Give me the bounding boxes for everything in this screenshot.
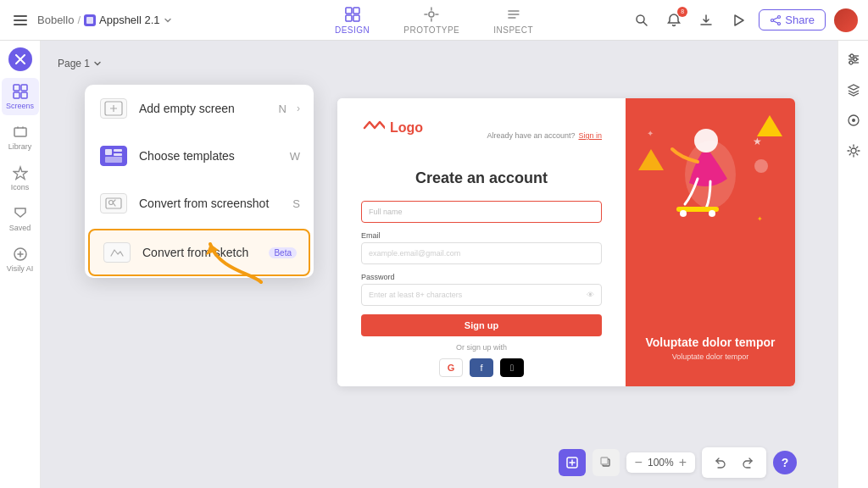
preview-header: Logo Already have an account? Sign in xyxy=(361,119,602,152)
svg-text:✦: ✦ xyxy=(757,215,763,223)
password-input[interactable]: Enter at least 8+ characters 👁 xyxy=(361,284,602,306)
tab-inspect[interactable]: INSPECT xyxy=(487,2,540,38)
help-button[interactable]: ? xyxy=(773,451,797,474)
tab-inspect-label: INSPECT xyxy=(493,25,533,35)
tab-design[interactable]: DESIGN xyxy=(328,2,376,38)
email-input[interactable]: example.email@gmail.com xyxy=(361,242,602,264)
inspect-icon xyxy=(504,5,523,24)
svg-point-5 xyxy=(429,12,434,17)
convert-screenshot-shortcut: S xyxy=(292,197,300,210)
share-button[interactable]: Share xyxy=(759,9,826,30)
dropdown-chevron-icon xyxy=(164,16,172,25)
signup-button[interactable]: Sign up xyxy=(361,314,602,336)
svg-rect-3 xyxy=(346,15,352,21)
svg-rect-26 xyxy=(114,149,122,152)
convert-sketch-icon xyxy=(102,241,132,264)
tab-prototype[interactable]: PROTOTYPE xyxy=(397,2,466,38)
zoom-control: − 100% + xyxy=(626,452,695,473)
undo-button[interactable] xyxy=(709,451,732,474)
breadcrumb-app[interactable]: Appshell 2.1 xyxy=(84,14,172,26)
search-button[interactable] xyxy=(630,8,654,32)
google-login-button[interactable]: G xyxy=(439,358,463,377)
canvas-area: Page 1 Add empty screen N › xyxy=(41,41,837,488)
svg-rect-20 xyxy=(14,128,26,136)
notifications-button[interactable]: 8 xyxy=(662,8,686,32)
sidebar-item-library[interactable]: Library xyxy=(2,119,39,156)
svg-point-54 xyxy=(852,119,855,122)
menu-item-add-empty[interactable]: Add empty screen N › xyxy=(85,85,314,132)
app-name: Appshell 2.1 xyxy=(99,14,160,26)
add-empty-arrow: › xyxy=(297,103,300,114)
menu-item-convert-sketch[interactable]: Convert from sketch Beta xyxy=(88,229,310,276)
add-empty-shortcut: N xyxy=(279,103,287,115)
svg-point-38 xyxy=(709,210,715,217)
preview-logo: Logo xyxy=(361,119,423,137)
email-label: Email xyxy=(361,231,602,240)
visily-ai-icon xyxy=(12,246,29,263)
facebook-login-button[interactable]: f xyxy=(470,358,493,377)
password-label: Password xyxy=(361,273,602,281)
arrow-pointer xyxy=(202,231,270,294)
menu-item-convert-screenshot[interactable]: Convert from screenshot S xyxy=(85,180,314,227)
hamburger-button[interactable] xyxy=(10,12,31,29)
svg-text:✦: ✦ xyxy=(647,129,654,138)
redo-button[interactable] xyxy=(736,451,760,474)
download-button[interactable] xyxy=(694,8,718,32)
choose-templates-shortcut: W xyxy=(290,150,300,163)
main-area: Screens Library Icons Saved Visily AI xyxy=(0,41,868,488)
svg-point-52 xyxy=(849,61,853,64)
page-label[interactable]: Page 1 xyxy=(58,58,821,69)
right-sidebar-settings-button[interactable] xyxy=(842,139,865,163)
sign-in-link[interactable]: Sign in xyxy=(578,131,602,140)
fullname-input[interactable]: Full name xyxy=(361,201,602,223)
play-button[interactable] xyxy=(726,8,750,32)
add-empty-icon xyxy=(98,97,129,120)
user-avatar[interactable] xyxy=(834,8,858,32)
topbar-right: 8 Share xyxy=(630,8,858,32)
svg-point-9 xyxy=(778,15,781,18)
right-sidebar-sliders-button[interactable] xyxy=(842,47,865,71)
svg-text:★: ★ xyxy=(753,136,762,147)
menu-item-choose-templates[interactable]: Choose templates W xyxy=(85,132,314,180)
sidebar-item-saved[interactable]: Saved xyxy=(2,200,39,237)
svg-line-12 xyxy=(774,17,778,19)
apple-login-button[interactable]:  xyxy=(500,358,524,377)
design-preview: Logo Already have an account? Sign in Cr… xyxy=(337,98,795,386)
sidebar-item-icons[interactable]: Icons xyxy=(2,159,39,197)
share-label: Share xyxy=(785,14,815,26)
icons-label: Icons xyxy=(11,183,30,191)
add-screen-bottom-button[interactable] xyxy=(559,449,586,476)
sidebar-item-screens[interactable]: Screens xyxy=(2,78,39,115)
zoom-plus-button[interactable]: + xyxy=(679,456,687,469)
left-sidebar: Screens Library Icons Saved Visily AI xyxy=(0,41,41,488)
choose-templates-icon xyxy=(98,144,129,168)
zoom-minus-button[interactable]: − xyxy=(635,456,643,469)
tab-prototype-label: PROTOTYPE xyxy=(403,25,459,35)
svg-point-35 xyxy=(694,129,718,152)
sidebar-item-visily-ai[interactable]: Visily AI xyxy=(2,241,39,278)
right-sidebar-components-button[interactable] xyxy=(842,108,865,132)
svg-marker-8 xyxy=(735,15,743,25)
or-text: Or sign up with xyxy=(361,343,602,352)
svg-rect-1 xyxy=(346,8,352,14)
svg-point-37 xyxy=(680,210,687,217)
preview-form-area: Logo Already have an account? Sign in Cr… xyxy=(337,98,626,386)
design-icon xyxy=(343,5,362,24)
right-sidebar-layers-button[interactable] xyxy=(842,78,865,102)
topbar-center: DESIGN PROTOTYPE INSPECT xyxy=(328,2,540,38)
breadcrumb-home[interactable]: Bobello xyxy=(37,14,74,26)
preview-right-title: Voluptate dolor tempor xyxy=(646,336,776,349)
svg-marker-32 xyxy=(638,149,664,170)
svg-rect-16 xyxy=(14,85,19,91)
already-have-account: Already have an account? Sign in xyxy=(487,131,602,140)
email-group: Email example.email@gmail.com xyxy=(361,231,602,264)
close-screens-button[interactable] xyxy=(8,47,32,71)
copy-bottom-button[interactable] xyxy=(593,449,620,476)
prototype-icon xyxy=(422,5,441,24)
svg-rect-18 xyxy=(14,92,19,98)
svg-rect-17 xyxy=(21,85,27,91)
tab-design-label: DESIGN xyxy=(335,25,370,35)
breadcrumb-separator: / xyxy=(77,14,81,26)
zoom-level: 100% xyxy=(648,457,674,469)
visily-ai-label: Visily AI xyxy=(7,264,33,273)
